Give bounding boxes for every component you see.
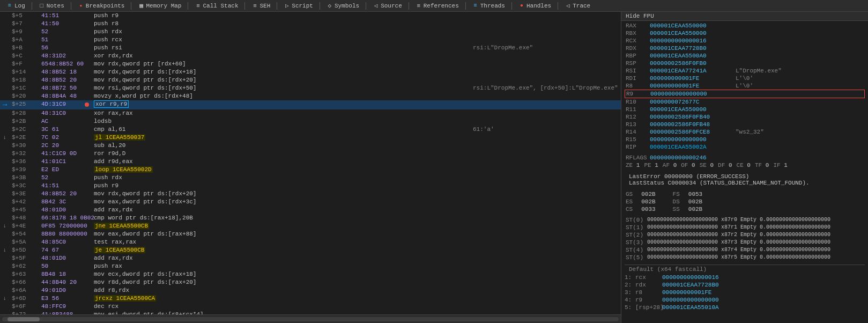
- tab-threads[interactable]: ≡ Threads: [468, 2, 509, 10]
- comment-cell: [471, 150, 621, 157]
- register-row[interactable]: R1300000002586F0FB48: [625, 121, 865, 128]
- address-cell: 41:51: [39, 12, 82, 19]
- table-row[interactable]: $+548B80 88000000mov eax,dword ptr ds:[r…: [0, 230, 621, 238]
- table-row[interactable]: $+3C41:51push r9: [0, 182, 621, 190]
- scroll-track[interactable]: [2, 317, 619, 321]
- table-row[interactable]: $+4548:01D0add rax,rdx: [0, 206, 621, 214]
- table-row[interactable]: $+3E48:8B52 20mov rdx,qword ptr ds:[rdx+…: [0, 190, 621, 198]
- tab-references[interactable]: ≡ References: [411, 2, 463, 10]
- table-row[interactable]: $+2C3C 61cmp al,6161:'a': [0, 126, 621, 134]
- address-cell: 48:85C0: [39, 238, 82, 246]
- instruction-cell: cmp word ptr ds:[rax+18],20B: [92, 214, 471, 222]
- table-row[interactable]: $+2848:31C0xor rax,rax: [0, 109, 621, 118]
- table-row[interactable]: ↓$+2E7C 02jl 1CEAA550037: [0, 134, 621, 142]
- table-row[interactable]: $+4866:8178 18 0B02cmp word ptr ds:[rax+…: [0, 214, 621, 222]
- hide-fpu-button[interactable]: Hide FPU: [621, 12, 868, 21]
- seg-name-1: GS: [626, 191, 633, 197]
- table-row[interactable]: $+1C48:8B72 50mov rsi,qword ptr ds:[rdx+…: [0, 84, 621, 92]
- arrow-indicator: [0, 270, 10, 278]
- table-row[interactable]: $+6A49:01D0add r8,rdx: [0, 287, 621, 295]
- disasm-table[interactable]: $+541:51push r9$+741:50push r8$+952push …: [0, 12, 621, 314]
- table-row[interactable]: →$+254D:31C9xor r9,r9: [0, 100, 621, 109]
- flag-if: IF 1: [773, 162, 787, 168]
- horizontal-scrollbar[interactable]: [0, 314, 621, 323]
- table-row[interactable]: $+B56push rsirsi:L"DropMe.exe": [0, 44, 621, 52]
- tab-log-label: Log: [14, 3, 25, 9]
- register-row[interactable]: RAX000001CEAA550000: [625, 22, 865, 30]
- table-row[interactable]: $+302C 20sub al,20: [0, 142, 621, 150]
- tab-notes[interactable]: □ Notes: [34, 2, 69, 10]
- tab-breakpoints[interactable]: ● Breakpoints: [73, 2, 129, 10]
- register-row[interactable]: R11000001CEAA550000: [625, 106, 865, 113]
- table-row[interactable]: $+1848:8B52 20mov rdx,qword ptr ds:[rdx+…: [0, 76, 621, 84]
- arrow-indicator: [0, 262, 10, 270]
- table-row[interactable]: $+2048:8B4A 48movzy x,word ptr ds:[rdx+4…: [0, 92, 621, 100]
- register-row[interactable]: RDX000001CEAA7728B0: [625, 45, 865, 52]
- table-row[interactable]: ↓$+6DE3 56jrcxz 1CEAA5500CA: [0, 295, 621, 303]
- last-error: LastError 00000000 (ERROR_SUCCESS)LastSt…: [625, 172, 865, 187]
- breakpoint-indicator: [82, 206, 92, 214]
- arrow-indicator: [0, 109, 10, 117]
- tab-seh[interactable]: ≡ SEH: [247, 2, 275, 10]
- table-row[interactable]: $+F6548:8B52 60mov rdx,qword ptr [rdx+60…: [0, 60, 621, 68]
- breakpoint-indicator: [82, 28, 92, 35]
- table-row[interactable]: $+1448:8B52 18mov rdx,qword ptr ds:[rdx+…: [0, 68, 621, 76]
- rflags-label: RFLAGS: [626, 155, 650, 161]
- register-row[interactable]: RBX000001CEAA550000: [625, 30, 865, 37]
- table-row[interactable]: $+6F48:FFC9dec rcx: [0, 303, 621, 311]
- register-row[interactable]: RDI000000000001FEL'\0': [625, 75, 865, 82]
- offset-cell: $+2C: [10, 126, 39, 133]
- register-row[interactable]: R90000000000000000: [625, 90, 865, 98]
- tab-script[interactable]: ▷ Script: [279, 2, 317, 10]
- tab-log[interactable]: ≡ Log: [2, 2, 29, 10]
- table-row[interactable]: ↓$+5D74 67je 1CEAA5500CB: [0, 246, 621, 254]
- table-row[interactable]: $+5A48:85C0test rax,rax: [0, 238, 621, 246]
- arrow-indicator: [0, 166, 10, 173]
- table-row[interactable]: $+3B52push rdx: [0, 174, 621, 182]
- source-icon: ◁: [373, 3, 379, 9]
- tab-callstack[interactable]: ≡ Call Stack: [190, 2, 242, 10]
- table-row[interactable]: $+3241:C1C9 0Dror r9d,D: [0, 150, 621, 158]
- table-row[interactable]: $+638B48 18mov ecx,dword ptr ds:[rax+18]: [0, 270, 621, 278]
- table-row[interactable]: $+5F48:01D0add rax,rdx: [0, 254, 621, 262]
- disassembly-panel: $+541:51push r9$+741:50push r8$+952push …: [0, 12, 621, 323]
- tab-trace[interactable]: ◁ Trace: [560, 2, 595, 10]
- register-row[interactable]: R100000000072677C: [625, 98, 865, 106]
- table-row[interactable]: $+C48:31D2xor rdx,rdx: [0, 52, 621, 60]
- table-row[interactable]: $+741:50push r8: [0, 20, 621, 28]
- table-row[interactable]: $+952push rdx: [0, 28, 621, 36]
- register-name: R11: [626, 106, 650, 113]
- register-row[interactable]: RSP00000002586F0FB0: [625, 60, 865, 67]
- register-row[interactable]: R150000000000000000: [625, 136, 865, 143]
- register-row[interactable]: RCX0000000000000016: [625, 37, 865, 45]
- register-name: R15: [626, 136, 650, 143]
- table-row[interactable]: ↓$+4E0F85 72000000jne 1CEAA5500CB: [0, 222, 621, 230]
- instruction-cell: mov eax,dword ptr ds:[rax+88]: [92, 230, 471, 238]
- register-row[interactable]: R1200000002586F0FB40: [625, 113, 865, 121]
- arrow-indicator: [0, 60, 10, 68]
- address-cell: 2C 20: [39, 142, 82, 149]
- tab-source[interactable]: ◁ Source: [368, 2, 406, 10]
- table-row[interactable]: $+6250push rax: [0, 262, 621, 270]
- register-row[interactable]: RBP000001CEAA5500A0: [625, 52, 865, 60]
- seg-val-2: 002B: [688, 199, 702, 205]
- table-row[interactable]: $+39E2 EDloop 1CEAA55002D: [0, 166, 621, 174]
- register-row[interactable]: R1400000002586F0FCE8"ws2_32": [625, 128, 865, 136]
- table-row[interactable]: $+7241:8B3488mov esi,dword ptr ds:[r8+rc…: [0, 311, 621, 314]
- address-cell: 8B80 88000000: [39, 230, 82, 238]
- table-row[interactable]: $+428B42 3Cmov eax,dword ptr ds:[rdx+3c]: [0, 198, 621, 206]
- table-row[interactable]: $+2BAClodsb: [0, 118, 621, 126]
- table-row[interactable]: $+541:51push r9: [0, 12, 621, 20]
- table-row[interactable]: $+3641:01C1add r9d,eax: [0, 158, 621, 166]
- tab-symbols[interactable]: ◇ Symbols: [322, 2, 363, 10]
- table-row[interactable]: $+6644:8B40 20mov r8d,dword ptr ds:[rax+…: [0, 278, 621, 287]
- address-cell: 49:01D0: [39, 287, 82, 294]
- tab-handles[interactable]: ● Handles: [514, 2, 555, 10]
- register-row[interactable]: RSI000001CEAA77241AL"DropMe.exe": [625, 67, 865, 75]
- register-row[interactable]: R8000000000001FEL'\0': [625, 82, 865, 90]
- breakpoint-indicator: [82, 44, 92, 52]
- table-row[interactable]: $+A51push rcx: [0, 36, 621, 44]
- rip-row[interactable]: RIP000001CEAA55002A: [625, 143, 865, 151]
- scroll-thumb[interactable]: [8, 317, 40, 321]
- tab-memorymap[interactable]: ▦ Memory Map: [133, 2, 186, 10]
